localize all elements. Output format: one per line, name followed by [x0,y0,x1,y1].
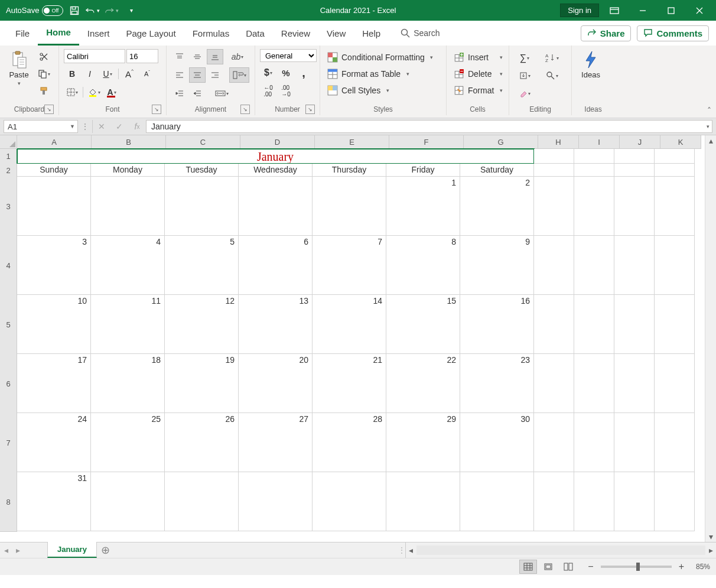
cell-J7[interactable] [614,413,655,472]
col-header-G[interactable]: G [464,135,538,149]
share-button[interactable]: Share [581,25,632,41]
cell-B2[interactable]: Monday [91,164,165,177]
align-bottom-button[interactable] [207,49,223,64]
cell-H6[interactable] [534,354,574,413]
cell-E6[interactable]: 21 [313,354,386,413]
paste-button[interactable]: Paste ▾ [5,48,33,86]
undo-button[interactable]: ▾ [86,3,101,18]
tab-help[interactable]: Help [354,21,389,46]
cell-J2[interactable] [614,164,655,177]
col-header-D[interactable]: D [240,135,315,149]
tab-data[interactable]: Data [237,21,273,46]
font-launcher[interactable]: ↘ [152,105,161,114]
cell-C2[interactable]: Tuesday [165,164,239,177]
tell-me-search[interactable]: Search [401,28,440,38]
vertical-scrollbar[interactable]: ▴ ▾ [705,135,716,542]
align-center-button[interactable] [189,67,206,83]
delete-cells-button[interactable]: Delete▾ [451,67,507,81]
comments-button[interactable]: Comments [637,25,709,41]
cell-G4[interactable]: 9 [460,236,534,295]
cell-H3[interactable] [534,177,574,236]
italic-button[interactable]: I [82,66,98,82]
insert-function-button[interactable]: fx [128,120,146,133]
tab-home[interactable]: Home [38,21,79,46]
cell-A6[interactable]: 17 [17,354,91,413]
underline-button[interactable]: U▾ [99,66,116,82]
cell-A7[interactable]: 24 [17,413,91,472]
format-painter-button[interactable] [35,83,52,99]
clipboard-launcher[interactable]: ↘ [44,105,54,114]
clear-button[interactable]: ▾ [514,86,535,101]
row-header-3[interactable]: 3 [0,177,17,236]
conditional-formatting-button[interactable]: Conditional Formatting▾ [325,50,438,64]
tab-split-handle[interactable]: ⋮ [398,542,405,558]
col-header-A[interactable]: A [17,135,92,149]
cell-E2[interactable]: Thursday [313,164,386,177]
cell-G5[interactable]: 16 [460,295,534,354]
cell-C4[interactable]: 5 [165,236,239,295]
row-header-2[interactable]: 2 [0,164,17,177]
cell-K6[interactable] [655,354,695,413]
format-cells-button[interactable]: Format▾ [451,83,507,98]
col-header-I[interactable]: I [579,135,620,149]
row-header-5[interactable]: 5 [0,295,17,355]
cell-G3[interactable]: 2 [460,177,534,236]
col-header-C[interactable]: C [166,135,240,149]
zoom-out-button[interactable]: − [588,561,593,572]
scroll-down-button[interactable]: ▾ [705,531,716,542]
cell-F7[interactable]: 29 [386,413,460,472]
tab-insert[interactable]: Insert [79,21,118,46]
cell-D2[interactable]: Wednesday [239,164,313,177]
number-format-select[interactable]: General [260,49,317,62]
row-header-8[interactable]: 8 [0,472,17,532]
sort-filter-button[interactable]: AZ▾ [541,50,562,66]
cut-button[interactable] [35,49,52,64]
format-as-table-button[interactable]: Format as Table▾ [325,67,438,81]
font-size-input[interactable] [126,49,158,63]
scroll-right-button[interactable]: ▸ [705,542,716,558]
cell-J3[interactable] [614,177,655,236]
cell-D8[interactable] [239,472,313,531]
fill-color-button[interactable]: ▾ [86,85,102,100]
font-name-input[interactable] [64,49,125,63]
increase-indent-button[interactable] [189,86,206,101]
cell-B4[interactable]: 4 [91,236,165,295]
cell-H5[interactable] [534,295,574,354]
cell-C5[interactable]: 12 [165,295,239,354]
cell-G2[interactable]: Saturday [460,164,534,177]
cell-J4[interactable] [614,236,655,295]
cell-H8[interactable] [534,472,574,531]
save-icon[interactable] [67,3,82,18]
cell-B5[interactable]: 11 [91,295,165,354]
cell-A3[interactable] [17,177,91,236]
fill-button[interactable]: ▾ [514,68,535,83]
cell-I2[interactable] [574,164,614,177]
align-middle-button[interactable] [189,49,206,64]
cell-D4[interactable]: 6 [239,236,313,295]
cell-F4[interactable]: 8 [386,236,460,295]
col-header-F[interactable]: F [389,135,464,149]
cell-E7[interactable]: 28 [313,413,386,472]
cell-E8[interactable] [313,472,386,531]
borders-button[interactable]: ▾ [64,85,80,100]
alignment-launcher[interactable]: ↘ [240,105,250,114]
cell-K4[interactable] [655,236,695,295]
wrap-text-button[interactable]: ▾ [229,67,249,83]
align-left-button[interactable] [171,67,188,83]
cell-K3[interactable] [655,177,695,236]
cell-J6[interactable] [614,354,655,413]
col-header-E[interactable]: E [315,135,389,149]
qat-customize-icon[interactable]: ▾ [123,3,139,18]
autosum-button[interactable]: ∑▾ [514,50,535,66]
font-color-button[interactable]: A▾ [103,85,120,100]
cell-I1[interactable] [574,149,614,164]
sheet-nav-prev[interactable]: ◂ [0,542,12,558]
cell-J5[interactable] [614,295,655,354]
page-break-view-button[interactable] [559,560,577,574]
tab-review[interactable]: Review [273,21,318,46]
merge-center-button[interactable]: ▾ [211,86,232,101]
cell-I8[interactable] [574,472,614,531]
autosave-toggle[interactable]: AutoSave Off [6,5,63,16]
cell-K8[interactable] [655,472,695,531]
cell-K2[interactable] [655,164,695,177]
